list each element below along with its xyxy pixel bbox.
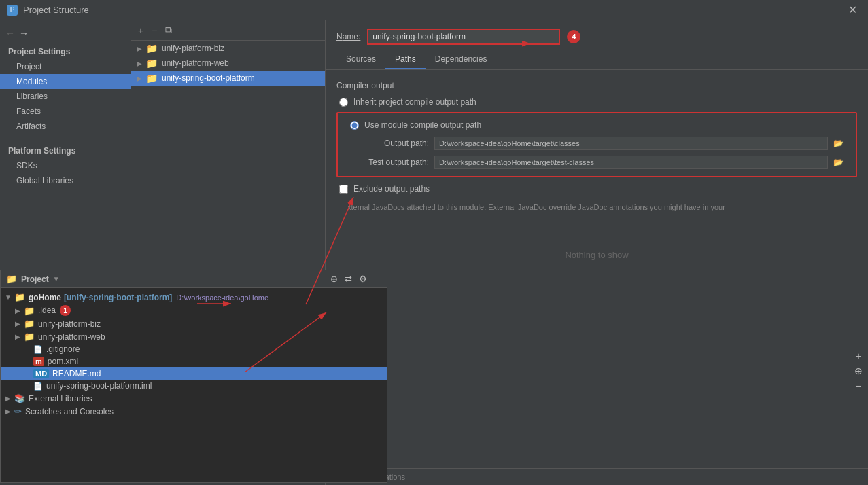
name-row: Name: 4: [326, 20, 868, 50]
folder-icon: 📁: [146, 58, 158, 69]
sidebar-item-project[interactable]: Project: [0, 59, 131, 74]
panel-tools: ⊕ ⇄ ⚙ −: [328, 273, 381, 285]
tab-dependencies[interactable]: Dependencies: [426, 50, 497, 69]
sidebar-item-sdks[interactable]: SDKs: [0, 158, 131, 173]
tree-item-gitignore[interactable]: 📄 .gitignore: [1, 343, 387, 355]
badge-1: 1: [60, 305, 71, 316]
expand-icon: ▶: [3, 395, 13, 402]
forward-button[interactable]: →: [19, 28, 29, 39]
copy-module-button[interactable]: ⧉: [162, 23, 175, 37]
sidebar-item-modules[interactable]: Modules: [0, 74, 131, 89]
use-module-radio-row: Use module compile output path: [347, 120, 846, 130]
zoom-reset-button[interactable]: ⊕: [852, 364, 865, 378]
scratches-icon: ✏: [14, 406, 22, 416]
add-module-button[interactable]: +: [135, 24, 146, 37]
inherit-radio-row: Inherit project compile output path: [336, 97, 857, 107]
output-path-input[interactable]: [434, 137, 828, 150]
layout-button[interactable]: ⇄: [343, 273, 354, 285]
zoom-controls: + ⊕ −: [849, 346, 868, 395]
sidebar-item-artifacts[interactable]: Artifacts: [0, 119, 131, 134]
project-panel: 📁 Project ▼ ⊕ ⇄ ⚙ − 2 ▼ 📁 goHome [unify-…: [0, 270, 387, 483]
tab-sources[interactable]: Sources: [336, 50, 385, 69]
output-path-row: Output path: 📂: [347, 137, 846, 150]
zoom-out-button[interactable]: −: [852, 379, 865, 393]
project-tree: ▼ 📁 goHome [unify-spring-boot-platform] …: [1, 288, 387, 482]
title-bar: P Project Structure ✕: [0, 0, 868, 20]
zoom-in-button[interactable]: +: [852, 349, 865, 363]
folder-icon: 📁: [14, 292, 25, 302]
back-button[interactable]: ←: [5, 28, 15, 39]
tree-item-platform-web[interactable]: ▶ 📁 unify-platform-web: [1, 330, 387, 343]
inherit-radio[interactable]: [339, 98, 348, 107]
project-panel-dropdown[interactable]: ▼: [53, 275, 60, 283]
module-compile-output-box: Use module compile output path Output pa…: [336, 112, 857, 177]
nothing-to-show: Nothing to show: [336, 221, 857, 289]
expand-arrow: ▶: [137, 75, 142, 82]
test-output-label: Test output path:: [347, 158, 429, 167]
name-input[interactable]: [368, 30, 559, 43]
test-output-browse-button[interactable]: 📂: [831, 156, 846, 168]
compiler-output-label: Compiler output: [336, 81, 857, 90]
use-module-radio-label: Use module compile output path: [364, 120, 481, 130]
module-item-web[interactable]: ▶ 📁 unify-platform-web: [131, 56, 325, 71]
minimize-panel-button[interactable]: −: [372, 273, 381, 285]
project-panel-title: Project: [21, 274, 49, 284]
project-settings-heading: Project Settings: [0, 43, 131, 59]
tree-item-readme[interactable]: MD README.md: [1, 367, 387, 380]
folder-icon: 📁: [146, 73, 158, 84]
project-panel-header: 📁 Project ▼ ⊕ ⇄ ⚙ − 2: [1, 270, 387, 288]
iml-icon: 📄: [33, 382, 43, 391]
output-path-label: Output path:: [347, 139, 429, 148]
tree-item-iml[interactable]: 📄 unify-spring-boot-platform.iml: [1, 380, 387, 392]
output-path-browse-button[interactable]: 📂: [831, 137, 846, 149]
module-item-biz[interactable]: ▶ 📁 unify-platform-biz: [131, 41, 325, 56]
file-icon: 📄: [33, 345, 43, 354]
exclude-checkbox-row: Exclude output paths: [336, 184, 857, 194]
external-annotations-bar: External Annotations: [326, 468, 868, 485]
tree-item-pom[interactable]: m pom.xml: [1, 355, 387, 367]
libs-icon: 📚: [14, 393, 25, 403]
tree-item-gohome[interactable]: ▼ 📁 goHome [unify-spring-boot-platform] …: [1, 291, 387, 304]
expand-icon: ▶: [13, 307, 22, 315]
sidebar-item-facets[interactable]: Facets: [0, 104, 131, 119]
name-input-container: [367, 29, 560, 45]
folder-icon: 📁: [24, 331, 35, 342]
folder-icon: 📁: [24, 319, 35, 329]
settings-button[interactable]: ⚙: [357, 273, 369, 285]
exclude-checkbox[interactable]: [339, 185, 348, 194]
test-output-path-input[interactable]: [434, 156, 828, 169]
close-button[interactable]: ✕: [844, 2, 861, 18]
nav-arrows: ← →: [0, 24, 131, 43]
remove-module-button[interactable]: −: [149, 24, 160, 37]
maven-icon: m: [33, 357, 44, 366]
test-output-path-wrap: 📂: [434, 156, 846, 169]
badge-4: 4: [567, 30, 580, 43]
test-output-path-row: Test output path: 📂: [347, 156, 846, 169]
tree-item-scratches[interactable]: ▶ ✏ Scratches and Consoles: [1, 405, 387, 418]
tree-item-platform-biz[interactable]: ▶ 📁 unify-platform-biz: [1, 317, 387, 330]
module-item-spring-boot[interactable]: ▶ 📁 unify-spring-boot-platform: [131, 71, 325, 86]
expand-icon: ▶: [3, 408, 13, 415]
expand-icon: ▶: [13, 320, 22, 327]
right-panel: Name: 4 Sources Paths Dependencies Compi…: [326, 20, 868, 485]
external-javadoc-note: xternal JavaDocs attached to this module…: [336, 194, 857, 221]
locate-button[interactable]: ⊕: [328, 273, 340, 285]
platform-settings-heading: Platform Settings: [0, 142, 131, 158]
expand-icon: ▼: [3, 293, 13, 301]
tree-item-idea[interactable]: ▶ 📁 .idea 1: [1, 304, 387, 317]
use-module-radio[interactable]: [350, 121, 359, 130]
expand-icon: ▶: [13, 333, 22, 340]
expand-arrow: ▶: [137, 60, 142, 67]
project-folder-icon: 📁: [6, 274, 17, 284]
module-toolbar: + − ⧉: [131, 20, 325, 41]
tree-item-external-libs[interactable]: ▶ 📚 External Libraries: [1, 392, 387, 405]
tab-paths[interactable]: Paths: [385, 50, 426, 69]
inherit-radio-label: Inherit project compile output path: [353, 97, 476, 107]
md-icon: MD: [33, 369, 49, 378]
sidebar-item-global-libraries[interactable]: Global Libraries: [0, 173, 131, 188]
window-title: Project Structure: [23, 5, 89, 15]
paths-content: Compiler output Inherit project compile …: [326, 70, 868, 468]
sidebar-item-libraries[interactable]: Libraries: [0, 89, 131, 104]
folder-icon: 📁: [24, 306, 35, 316]
tabs-row: Sources Paths Dependencies: [326, 50, 868, 70]
